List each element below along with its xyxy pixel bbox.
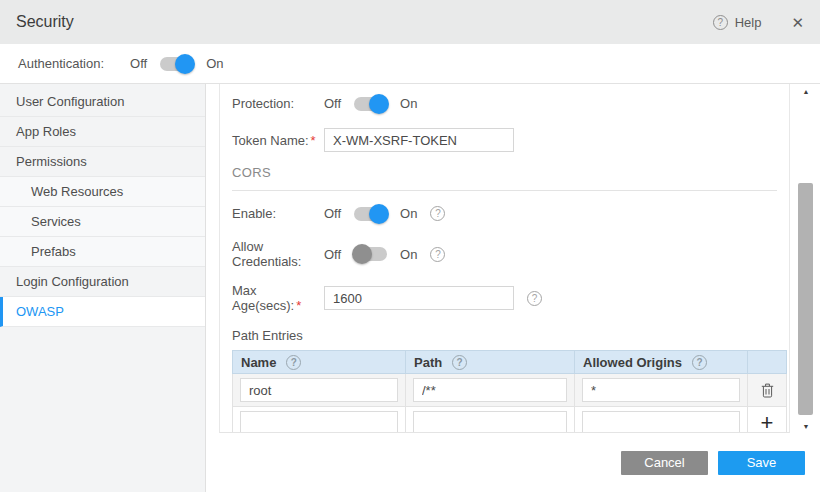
required-asterisk: * xyxy=(311,133,316,148)
path-entry-origins-input[interactable] xyxy=(582,378,740,402)
delete-row-button[interactable] xyxy=(748,374,787,407)
sidebar-item-owasp[interactable]: OWASP xyxy=(0,297,205,327)
toggle-switch[interactable] xyxy=(354,207,387,221)
add-row-button[interactable] xyxy=(748,407,787,434)
toggle-on-label: On xyxy=(400,96,417,111)
scroll-down-icon[interactable] xyxy=(800,423,812,430)
path-entry-name-input[interactable] xyxy=(240,378,398,402)
sidebar-item-app-roles[interactable]: App Roles xyxy=(0,117,205,147)
vertical-scrollbar[interactable] xyxy=(790,84,820,433)
toggle-knob xyxy=(369,94,389,114)
path-entry-origins-input[interactable] xyxy=(582,411,740,433)
cors-section-title: CORS xyxy=(232,165,777,180)
authentication-toggle[interactable]: Off On xyxy=(130,56,223,71)
question-circle-icon[interactable] xyxy=(286,355,301,370)
column-header-path: Path xyxy=(406,351,575,374)
max-age-label: Max Age(secs):* xyxy=(232,283,324,313)
allow-credentials-row: Allow Credentials: Off On xyxy=(232,239,777,269)
security-dialog: Security Help Authentication: Off On Use… xyxy=(0,0,820,492)
toggle-off-label: Off xyxy=(324,206,341,221)
page-title: Security xyxy=(16,13,74,31)
toggle-on-label: On xyxy=(400,247,417,262)
question-circle-icon[interactable] xyxy=(527,291,542,306)
max-age-row: Max Age(secs):* xyxy=(232,283,777,313)
authentication-bar: Authentication: Off On xyxy=(0,44,820,84)
required-asterisk: * xyxy=(296,298,301,313)
token-name-label: Token Name:* xyxy=(232,133,324,148)
toggle-switch[interactable] xyxy=(354,97,387,111)
authentication-label: Authentication: xyxy=(18,56,104,71)
path-entry-name-input[interactable] xyxy=(240,411,398,433)
sidebar: User Configuration App Roles Permissions… xyxy=(0,84,206,492)
sidebar-item-permissions[interactable]: Permissions xyxy=(0,147,205,177)
cancel-button[interactable]: Cancel xyxy=(621,451,708,475)
question-circle-icon[interactable] xyxy=(452,355,467,370)
toggle-knob xyxy=(369,204,389,224)
toggle-switch[interactable] xyxy=(354,247,387,261)
table-row xyxy=(233,374,787,407)
toggle-on-label: On xyxy=(400,206,417,221)
token-name-row: Token Name:* xyxy=(232,128,777,152)
protection-label: Protection: xyxy=(232,96,324,111)
owasp-settings-panel: Protection: Off On Token Name:* xyxy=(219,84,790,433)
path-entry-path-input[interactable] xyxy=(413,378,567,402)
content-gutter xyxy=(206,84,219,433)
token-name-label-text: Token Name: xyxy=(232,133,309,148)
max-age-label-text: Max Age(secs): xyxy=(232,283,294,313)
column-header-actions xyxy=(748,351,787,374)
toggle-on-label: On xyxy=(206,56,223,71)
protection-row: Protection: Off On xyxy=(232,96,777,111)
token-name-field[interactable] xyxy=(324,128,514,152)
scrollbar-thumb[interactable] xyxy=(798,183,813,415)
enable-toggle[interactable]: Off On xyxy=(324,206,417,221)
sidebar-item-login-configuration[interactable]: Login Configuration xyxy=(0,267,205,297)
toggle-switch[interactable] xyxy=(160,57,193,71)
save-button[interactable]: Save xyxy=(718,451,805,475)
table-header-row: Name Path Allowed Origins xyxy=(233,351,787,374)
sidebar-item-web-resources[interactable]: Web Resources xyxy=(0,177,205,207)
enable-label: Enable: xyxy=(232,206,324,221)
sidebar-item-prefabs[interactable]: Prefabs xyxy=(0,237,205,267)
cors-enable-row: Enable: Off On xyxy=(232,206,777,221)
question-circle-icon[interactable] xyxy=(692,355,707,370)
help-label: Help xyxy=(735,15,762,30)
column-label: Path xyxy=(414,355,442,370)
path-entry-path-input[interactable] xyxy=(413,411,567,433)
scroll-up-icon[interactable] xyxy=(800,88,812,95)
trash-icon xyxy=(761,382,774,397)
sidebar-item-user-configuration[interactable]: User Configuration xyxy=(0,87,205,117)
sidebar-item-services[interactable]: Services xyxy=(0,207,205,237)
protection-toggle[interactable]: Off On xyxy=(324,96,417,111)
column-label: Name xyxy=(241,355,276,370)
allow-credentials-label: Allow Credentials: xyxy=(232,239,324,269)
close-icon[interactable] xyxy=(791,15,804,30)
section-divider xyxy=(232,190,777,191)
toggle-off-label: Off xyxy=(130,56,147,71)
dialog-footer: Cancel Save xyxy=(206,433,820,492)
table-row xyxy=(233,407,787,434)
question-circle-icon xyxy=(713,15,728,30)
toggle-off-label: Off xyxy=(324,247,341,262)
max-age-field[interactable] xyxy=(324,286,514,310)
allow-credentials-toggle[interactable]: Off On xyxy=(324,247,417,262)
dialog-header: Security Help xyxy=(0,0,820,44)
help-button[interactable]: Help xyxy=(713,15,762,30)
question-circle-icon[interactable] xyxy=(430,206,445,221)
toggle-knob xyxy=(175,54,195,74)
path-entries-table: Name Path Allowed Origins xyxy=(232,350,787,433)
column-header-name: Name xyxy=(233,351,406,374)
toggle-knob xyxy=(352,244,372,264)
plus-icon xyxy=(761,412,774,433)
toggle-off-label: Off xyxy=(324,96,341,111)
column-header-allowed-origins: Allowed Origins xyxy=(575,351,748,374)
column-label: Allowed Origins xyxy=(583,355,682,370)
path-entries-label: Path Entries xyxy=(232,328,777,343)
question-circle-icon[interactable] xyxy=(430,247,445,262)
